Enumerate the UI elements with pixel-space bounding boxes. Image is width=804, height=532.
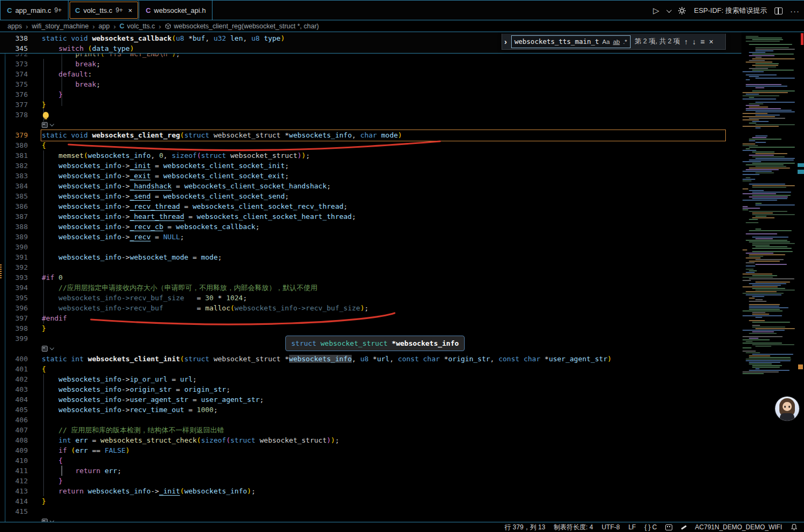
code-line-381[interactable]: 381 memset(websockets_info, 0, sizeof(st… bbox=[0, 150, 798, 161]
code-line-409[interactable]: 409 if (err == FALSE) bbox=[0, 445, 798, 455]
code-token: ; bbox=[214, 406, 218, 414]
code-line-415[interactable]: 415 bbox=[0, 506, 798, 516]
code-line-398[interactable]: 398} bbox=[0, 323, 798, 333]
minimap-line bbox=[755, 229, 761, 230]
previous-match-icon[interactable]: ↑ bbox=[684, 37, 688, 46]
code-line-400[interactable]: 400static int websockets_client_init(str… bbox=[0, 354, 798, 364]
encoding-indicator[interactable]: UTF-8 bbox=[602, 523, 620, 531]
minimap-line bbox=[752, 70, 794, 71]
language-mode[interactable]: { } C bbox=[644, 523, 657, 531]
tab-volc_tts.c[interactable]: Cvolc_tts.c9+× bbox=[69, 1, 139, 20]
breadcrumb-separator-icon: › bbox=[158, 22, 161, 31]
code-line-375[interactable]: 375 break; bbox=[0, 79, 798, 89]
assistant-avatar[interactable] bbox=[775, 397, 799, 421]
code-line-406[interactable]: 406 bbox=[0, 415, 798, 425]
minimap-line bbox=[752, 151, 775, 153]
minimap[interactable] bbox=[741, 32, 798, 522]
code-line-389[interactable]: 389 websockets_info->_recv = NULL; bbox=[0, 232, 798, 242]
code-editor[interactable]: 372 printf("TTS WCT_END\n");373 break;37… bbox=[0, 32, 804, 522]
minimap-line bbox=[749, 304, 780, 305]
plugin-icon[interactable] bbox=[665, 525, 672, 530]
code-line-411[interactable]: 411 return err; bbox=[0, 466, 798, 476]
find-input[interactable]: websockets_tts_main_t Aa ab .* bbox=[511, 35, 631, 48]
minimap-line bbox=[755, 282, 790, 283]
tab-size-indicator[interactable]: 制表符长度: 4 bbox=[554, 523, 593, 532]
espidf-search-error-button[interactable]: ESP-IDF: 搜索错误提示 bbox=[694, 6, 767, 16]
code-line-393[interactable]: 393#if 0 bbox=[0, 272, 798, 283]
flash-tool-icon[interactable] bbox=[681, 525, 686, 530]
code-line-383[interactable]: 383 websockets_info->_exit = websockets_… bbox=[0, 171, 798, 181]
code-line-397[interactable]: 397#endif bbox=[0, 313, 798, 323]
modified-badge: 9+ bbox=[55, 6, 62, 14]
code-line-404[interactable]: 404 websockets_info->user_agent_str = us… bbox=[0, 394, 798, 405]
code-line-376[interactable]: 376 } bbox=[0, 89, 798, 100]
close-find-icon[interactable]: × bbox=[709, 37, 714, 46]
line-number: 400 bbox=[0, 354, 28, 364]
code-line-405[interactable]: 405 websockets_info->recv_time_out = 100… bbox=[0, 405, 798, 415]
cursor-position[interactable]: 行 379，列 13 bbox=[505, 523, 545, 532]
overview-ruler[interactable] bbox=[798, 32, 804, 522]
code-token: _heart_thread bbox=[130, 212, 184, 221]
codelens-icon[interactable] bbox=[42, 120, 54, 130]
run-dropdown-chevron-icon[interactable] bbox=[666, 7, 672, 13]
code-line-387[interactable]: 387 websockets_info->_heart_thread = web… bbox=[0, 211, 798, 222]
eol-indicator[interactable]: LF bbox=[628, 523, 636, 531]
code-line-413[interactable]: 413 return websockets_info->_init(websoc… bbox=[0, 486, 798, 496]
code-line-391[interactable]: 391 websockets_info->websocket_mode = mo… bbox=[0, 252, 798, 262]
codelens-icon[interactable] bbox=[42, 516, 54, 522]
code-line-395[interactable]: 395 websockets_info->recv_buf_size = 30 … bbox=[0, 293, 798, 303]
more-actions-icon[interactable]: ··· bbox=[790, 6, 800, 16]
project-target[interactable]: AC791N_DEMO_DEMO_WIFI bbox=[695, 523, 782, 531]
tab-app_main.c[interactable]: Capp_main.c9+ bbox=[0, 1, 69, 20]
breadcrumb-item-wifi_story_machine[interactable]: wifi_story_machine bbox=[32, 22, 88, 30]
code-line-410[interactable]: 410 { bbox=[0, 455, 798, 466]
gear-icon[interactable] bbox=[678, 6, 686, 15]
find-query-text[interactable]: websockets_tts_main_t bbox=[514, 37, 599, 45]
next-match-icon[interactable]: ↓ bbox=[692, 37, 696, 46]
close-tab-icon[interactable]: × bbox=[128, 6, 133, 14]
code-token: = bbox=[151, 172, 163, 180]
breadcrumb-item-symbol[interactable]: websockets_client_reg(websocket_struct *… bbox=[165, 22, 319, 30]
code-line-390[interactable]: 390 bbox=[0, 242, 798, 252]
code-line-386[interactable]: 386 websockets_info->_recv_thread = webs… bbox=[0, 201, 798, 211]
notifications-bell-icon[interactable] bbox=[791, 523, 798, 531]
regex-icon[interactable]: .* bbox=[623, 39, 627, 45]
run-debug-icon[interactable]: ▷ bbox=[653, 6, 659, 16]
minimap-line bbox=[742, 71, 764, 72]
code-line-412[interactable]: 412 } bbox=[0, 476, 798, 486]
breadcrumb-item-apps[interactable]: apps bbox=[7, 22, 22, 30]
minimap-line bbox=[742, 371, 779, 373]
line-number: 384 bbox=[0, 181, 28, 191]
code-line-394[interactable]: 394 //应用层指定申请接收内存大小（申请即可，不用释放，内部会释放），默认不… bbox=[0, 283, 798, 293]
code-token bbox=[42, 284, 58, 292]
match-case-icon[interactable]: Aa bbox=[602, 39, 610, 45]
code-line-382[interactable]: 382 websockets_info->_init = websockets_… bbox=[0, 161, 798, 171]
code-line-380[interactable]: 380{ bbox=[0, 140, 798, 150]
code-line-373[interactable]: 373 break; bbox=[0, 59, 798, 69]
tab-websocket_api.h[interactable]: Cwebsocket_api.h bbox=[139, 1, 213, 20]
code-line-379[interactable]: 379static void websockets_client_reg(str… bbox=[0, 130, 798, 140]
minimap-line bbox=[742, 293, 784, 294]
code-line-401[interactable]: 401{ bbox=[0, 364, 798, 374]
toggle-replace-chevron-icon[interactable]: › bbox=[504, 37, 507, 46]
chevron-down-icon bbox=[50, 122, 54, 126]
codelens-icon[interactable] bbox=[42, 344, 54, 354]
code-line-403[interactable]: 403 websockets_info->origin_str = origin… bbox=[0, 384, 798, 394]
code-line-388[interactable]: 388 websockets_info->_recv_cb = websocke… bbox=[0, 222, 798, 232]
code-line-414[interactable]: 414} bbox=[0, 496, 798, 506]
find-in-selection-icon[interactable]: ≡ bbox=[700, 37, 704, 46]
code-line-407[interactable]: 407 // 应用层和库的版本检测，结构体不一样则返回出错 bbox=[0, 425, 798, 435]
split-editor-icon[interactable] bbox=[775, 7, 783, 14]
code-line-402[interactable]: 402 websockets_info->ip_or_url = url; bbox=[0, 374, 798, 384]
code-line-392[interactable]: 392 bbox=[0, 262, 798, 272]
code-line-384[interactable]: 384 websockets_info->_handshack = webcoc… bbox=[0, 181, 798, 191]
breadcrumb-item-volc_tts.c[interactable]: Cvolc_tts.c bbox=[119, 22, 155, 30]
code-line-377[interactable]: 377} bbox=[0, 100, 798, 110]
code-line-385[interactable]: 385 websockets_info->_send = websockets_… bbox=[0, 191, 798, 201]
code-line-408[interactable]: 408 int err = websockets_struct_check(si… bbox=[0, 435, 798, 445]
whole-word-icon[interactable]: ab bbox=[613, 39, 620, 45]
code-line-396[interactable]: 396 websockets_info->recv_buf = malloc(w… bbox=[0, 303, 798, 313]
breadcrumb-item-app[interactable]: app bbox=[98, 22, 110, 30]
code-line-374[interactable]: 374 default: bbox=[0, 69, 798, 79]
code-line-378[interactable]: 378 bbox=[0, 110, 798, 120]
